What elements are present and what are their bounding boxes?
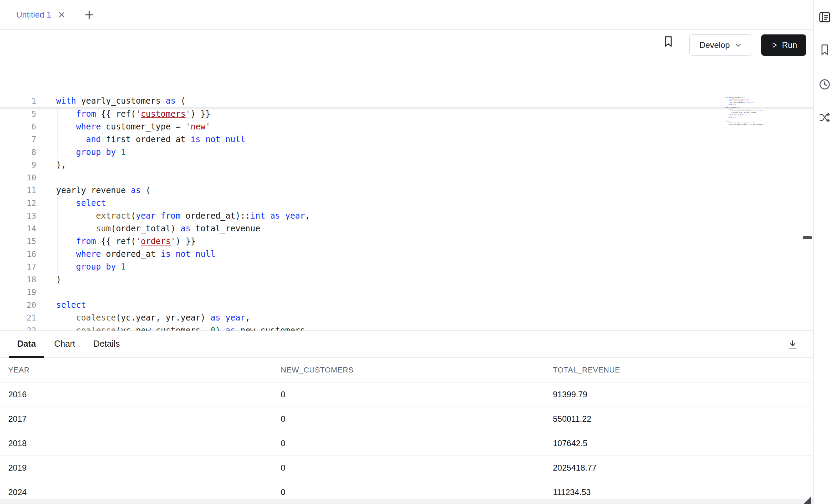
code-line: 19	[0, 286, 813, 299]
code-line: 10	[0, 171, 813, 184]
editor-minimap[interactable]: with yearly_customers as ( from {{ ref('…	[725, 97, 767, 137]
table-row: 201902025418.77	[0, 456, 813, 480]
table-cell: 0	[272, 414, 545, 424]
bookmark-icon[interactable]	[661, 34, 675, 48]
table-cell: 2016	[0, 390, 272, 399]
table-cell: 2017	[0, 414, 272, 424]
play-icon	[770, 41, 779, 49]
table-cell: 2019	[0, 463, 272, 473]
code-line: 15 from {{ ref('orders') }}	[0, 235, 813, 248]
tab-untitled-1[interactable]: Untitled 1	[0, 0, 70, 29]
tab-title: Untitled 1	[16, 10, 51, 20]
line-number: 22	[0, 324, 36, 330]
column-header: YEAR	[0, 366, 272, 375]
line-number: 17	[0, 261, 36, 273]
code-line: 6 where customer_type = 'new'	[0, 120, 813, 133]
line-number: 12	[0, 197, 36, 210]
table-cell: 111234.53	[545, 487, 813, 497]
chevron-down-icon	[734, 41, 742, 49]
code-line: 18)	[0, 273, 813, 286]
line-number: 6	[0, 120, 36, 133]
line-number: 1	[0, 95, 36, 107]
code-line: 5 from {{ ref('customers') }}	[0, 108, 813, 120]
develop-dropdown[interactable]: Develop	[689, 34, 752, 56]
table-cell: 2018	[0, 439, 272, 448]
indent-guide	[57, 197, 58, 273]
editor-toolbar: Develop Run Query completed in 4s Enviro…	[0, 30, 813, 71]
code-line: 9),	[0, 159, 813, 171]
editor-layout-icon[interactable]	[818, 11, 831, 24]
line-number: 18	[0, 273, 36, 286]
column-header: NEW_CUSTOMERS	[272, 366, 545, 375]
right-icon-rail	[813, 0, 835, 504]
table-cell: 91399.79	[545, 390, 813, 399]
run-button[interactable]: Run	[761, 34, 806, 56]
column-header: TOTAL_REVENUE	[545, 366, 813, 375]
code-line: 11yearly_revenue as (	[0, 184, 813, 197]
sticky-scroll-line: 1with yearly_customers as (	[0, 95, 813, 108]
run-label: Run	[782, 40, 797, 50]
table-cell: 0	[272, 390, 545, 399]
new-tab-button[interactable]	[84, 9, 95, 20]
line-number: 15	[0, 235, 36, 248]
editor-tab-bar: Untitled 1	[0, 0, 813, 30]
table-row: 20180107642.5	[0, 431, 813, 456]
sql-code-editor[interactable]: 5 from {{ ref('customers') }}6 where cus…	[0, 95, 813, 330]
table-cell: 550011.22	[545, 414, 813, 424]
line-number: 20	[0, 299, 36, 312]
results-table-header: YEARNEW_CUSTOMERSTOTAL_REVENUE	[0, 358, 813, 382]
line-number: 16	[0, 248, 36, 261]
table-cell: 0	[272, 439, 545, 448]
code-line: 13 extract(year from ordered_at)::int as…	[0, 210, 813, 222]
code-line: 22 coalesce(yc.new_customers, 0) as new_…	[0, 324, 813, 330]
line-number: 11	[0, 184, 36, 197]
line-number: 8	[0, 146, 36, 159]
history-icon[interactable]	[818, 78, 831, 91]
code-line: 16 where ordered_at is not null	[0, 248, 813, 261]
table-row: 2016091399.79	[0, 382, 813, 407]
bookmark-icon[interactable]	[818, 43, 831, 56]
code-line: 21 coalesce(yc.year, yr.year) as year,	[0, 312, 813, 324]
download-results-icon[interactable]	[786, 338, 799, 351]
line-number: 13	[0, 210, 36, 222]
results-table-body: 2016091399.7920170550011.2220180107642.5…	[0, 382, 813, 504]
indent-guide	[57, 108, 58, 159]
table-cell: 2025418.77	[545, 463, 813, 473]
table-cell: 0	[272, 487, 545, 497]
results-tab-bar: DataChartDetails	[0, 331, 813, 358]
line-number: 21	[0, 312, 36, 324]
line-number: 5	[0, 108, 36, 120]
lineage-icon[interactable]	[818, 111, 831, 124]
table-cell: 107642.5	[545, 439, 813, 448]
code-line: 20select	[0, 299, 813, 312]
code-line: 1with yearly_customers as (	[0, 95, 813, 107]
code-line: 7 and first_ordered_at is not null	[0, 133, 813, 146]
table-cell: 2024	[0, 487, 272, 497]
code-line: 14 sum(order_total) as total_revenue	[0, 222, 813, 235]
code-line: 17 group by 1	[0, 261, 813, 273]
results-tab-details[interactable]: Details	[85, 331, 127, 358]
line-number: 14	[0, 222, 36, 235]
develop-label: Develop	[699, 40, 730, 50]
results-panel: DataChartDetails YEARNEW_CUSTOMERSTOTAL_…	[0, 330, 813, 504]
line-number: 9	[0, 159, 36, 171]
code-line: 12 select	[0, 197, 813, 210]
table-row: 20170550011.22	[0, 407, 813, 431]
line-number: 10	[0, 171, 36, 184]
code-lines: 5 from {{ ref('customers') }}6 where cus…	[0, 108, 813, 330]
line-number: 7	[0, 133, 36, 146]
results-tab-chart[interactable]: Chart	[46, 331, 83, 358]
code-line: 8 group by 1	[0, 146, 813, 159]
table-cell: 0	[272, 463, 545, 473]
line-number: 19	[0, 286, 36, 299]
resize-handle-icon[interactable]	[804, 497, 811, 504]
results-tab-data[interactable]: Data	[9, 331, 44, 358]
editor-scrollbar-thumb[interactable]	[803, 236, 812, 239]
horizontal-scrollbar-track[interactable]	[0, 499, 813, 504]
tab-close-icon[interactable]	[57, 10, 66, 19]
